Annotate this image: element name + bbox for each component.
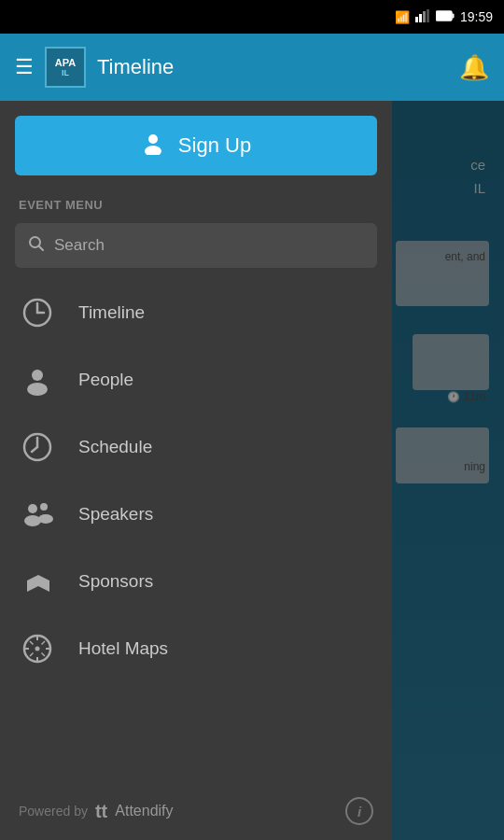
svg-point-23 (35, 647, 40, 651)
svg-point-18 (28, 504, 37, 513)
hotel-maps-icon (19, 630, 56, 667)
svg-rect-5 (452, 13, 454, 18)
menu-item-people[interactable]: People (0, 346, 392, 413)
signup-person-icon (141, 131, 165, 161)
menu-item-label-hotel-maps: Hotel Maps (78, 638, 168, 659)
menu-item-label-schedule: Schedule (78, 437, 152, 457)
svg-point-14 (27, 383, 48, 396)
people-icon (19, 361, 56, 399)
svg-point-7 (145, 146, 161, 155)
attendify-text: Attendify (115, 803, 173, 819)
svg-point-20 (40, 503, 48, 511)
wifi-icon: 📶 (395, 10, 410, 24)
search-container (15, 223, 377, 268)
menu-item-label-sponsors: Sponsors (78, 571, 153, 592)
info-circle-button[interactable]: i (345, 797, 373, 825)
svg-rect-3 (427, 9, 429, 22)
signup-button[interactable]: Sign Up (15, 116, 377, 175)
svg-rect-0 (415, 17, 418, 22)
status-time: 19:59 (460, 9, 493, 24)
timeline-icon (19, 294, 56, 331)
svg-point-13 (32, 370, 43, 381)
apa-logo-text: APA (55, 57, 76, 68)
sponsors-icon (19, 563, 56, 600)
menu-item-sponsors[interactable]: Sponsors (0, 548, 392, 615)
event-menu-label: EVENT MENU (0, 190, 392, 223)
svg-line-31 (30, 653, 34, 657)
menu-item-label-speakers: Speakers (78, 504, 153, 525)
svg-line-9 (39, 246, 44, 251)
svg-line-17 (32, 447, 37, 452)
status-bar: 📶 19:59 (0, 0, 504, 34)
app-title: Timeline (97, 55, 448, 79)
svg-rect-2 (423, 11, 426, 22)
menu-items: Timeline People (0, 279, 392, 782)
menu-item-label-people: People (78, 370, 133, 390)
menu-item-hotel-maps[interactable]: Hotel Maps (0, 615, 392, 682)
signal-icon (415, 9, 430, 25)
schedule-icon (19, 428, 56, 466)
battery-icon (436, 10, 455, 24)
attendify-logo-icon: tt (95, 801, 107, 822)
drawer: Sign Up EVENT MENU (0, 101, 392, 840)
menu-item-schedule[interactable]: Schedule (0, 413, 392, 481)
svg-line-30 (42, 641, 46, 645)
apa-logo: APA IL (45, 47, 86, 88)
svg-line-29 (42, 653, 46, 657)
app-bar: ☰ APA IL Timeline 🔔 (0, 34, 504, 101)
svg-rect-4 (436, 11, 452, 21)
svg-point-6 (148, 134, 158, 144)
bell-icon[interactable]: 🔔 (459, 53, 489, 82)
powered-by-footer: Powered by tt Attendify i (0, 782, 392, 840)
svg-line-28 (30, 641, 34, 645)
search-mag-icon (28, 235, 45, 256)
signup-label: Sign Up (178, 133, 251, 158)
menu-item-speakers[interactable]: Speakers (0, 481, 392, 548)
menu-item-timeline[interactable]: Timeline (0, 279, 392, 346)
svg-point-19 (24, 515, 41, 526)
search-input[interactable] (54, 236, 364, 255)
hamburger-icon[interactable]: ☰ (15, 55, 34, 79)
apa-logo-sub: IL (62, 68, 69, 77)
speakers-icon (19, 496, 56, 533)
status-icons: 📶 19:59 (395, 9, 493, 25)
svg-rect-1 (419, 14, 422, 22)
menu-item-label-timeline: Timeline (78, 302, 145, 323)
powered-by-left: Powered by tt Attendify (19, 801, 174, 822)
powered-by-text: Powered by (19, 804, 88, 819)
svg-point-21 (38, 514, 53, 524)
main-container: ce IL ent, and 🕐 11m ning Sign Up EVENT … (0, 101, 504, 840)
